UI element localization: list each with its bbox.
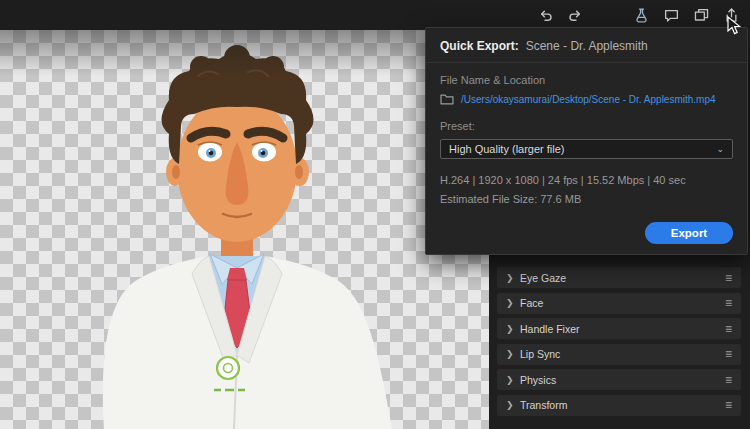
estimated-file-size: Estimated File Size: 77.6 MB [440,193,733,205]
quick-export-panel: Quick Export: Scene - Dr. Applesmith Fil… [425,27,748,255]
chevron-right-icon[interactable]: ❯ [506,375,520,385]
section-eye-gaze[interactable]: ❯ Eye Gaze ≡ [497,267,741,288]
export-specs: H.264 | 1920 x 1080 | 24 fps | 15.52 Mbp… [440,174,733,186]
section-menu-icon[interactable]: ≡ [725,273,732,283]
top-toolbar [0,0,750,30]
quick-export-title: Quick Export: [440,39,519,53]
file-path-row: /Users/okaysamurai/Desktop/Scene - Dr. A… [440,93,733,105]
section-menu-icon[interactable]: ≡ [725,349,732,359]
file-path-link[interactable]: /Users/okaysamurai/Desktop/Scene - Dr. A… [461,94,716,105]
section-label: Face [520,297,725,309]
scene-canvas[interactable] [0,30,489,429]
quick-export-body: File Name & Location /Users/okaysamurai/… [426,63,747,205]
folder-icon [440,93,454,105]
section-transform[interactable]: ❯ Transform ≡ [497,395,741,416]
character-illustration [0,30,489,429]
section-physics[interactable]: ❯ Physics ≡ [497,369,741,390]
preset-dropdown[interactable]: High Quality (larger file) ⌄ [440,139,733,159]
section-label: Transform [520,399,725,411]
section-label: Handle Fixer [520,323,725,335]
file-location-label: File Name & Location [440,74,733,86]
flask-icon[interactable] [630,4,652,26]
section-menu-icon[interactable]: ≡ [725,324,732,334]
comment-icon[interactable] [660,4,682,26]
preset-value: High Quality (larger file) [449,143,716,155]
frames-icon[interactable] [690,4,712,26]
undo-icon[interactable] [534,4,556,26]
quick-export-scene-name: Scene - Dr. Applesmith [526,39,648,53]
section-label: Lip Sync [520,348,725,360]
section-menu-icon[interactable]: ≡ [725,298,732,308]
share-icon[interactable] [720,4,742,26]
quick-export-header: Quick Export: Scene - Dr. Applesmith [426,28,747,63]
section-lip-sync[interactable]: ❯ Lip Sync ≡ [497,344,741,365]
section-menu-icon[interactable]: ≡ [725,400,732,410]
preset-label: Preset: [440,120,733,132]
app-window: ❯ Eye Gaze ≡ ❯ Face ≡ ❯ Handle Fixer ≡ ❯… [0,0,750,429]
chevron-right-icon[interactable]: ❯ [506,298,520,308]
behavior-section-list: ❯ Eye Gaze ≡ ❯ Face ≡ ❯ Handle Fixer ≡ ❯… [497,267,741,416]
section-face[interactable]: ❯ Face ≡ [497,293,741,314]
chevron-down-icon: ⌄ [716,144,724,154]
section-label: Physics [520,374,725,386]
section-menu-icon[interactable]: ≡ [725,375,732,385]
chevron-right-icon[interactable]: ❯ [506,349,520,359]
section-label: Eye Gaze [520,272,725,284]
section-handle-fixer[interactable]: ❯ Handle Fixer ≡ [497,318,741,339]
chevron-right-icon[interactable]: ❯ [506,324,520,334]
chevron-right-icon[interactable]: ❯ [506,273,520,283]
export-button[interactable]: Export [645,222,733,244]
redo-icon[interactable] [564,4,586,26]
chevron-right-icon[interactable]: ❯ [506,400,520,410]
